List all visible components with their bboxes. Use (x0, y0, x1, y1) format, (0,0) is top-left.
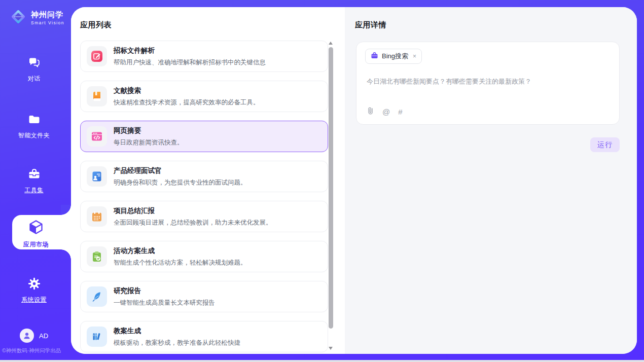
sidebar-item-label: 工具集 (24, 186, 44, 195)
app-card-project-report[interactable]: 项目总结汇报 全面回顾项目进展，总结经验教训，助力未来优化发展。 (80, 201, 328, 232)
app-card-desc: 明确身份和职责，为您提供专业性的面试问题。 (114, 178, 247, 187)
app-card-title: 文献搜索 (114, 86, 260, 95)
brand-tagline: Smart Vision (31, 20, 64, 25)
user-initials: AD (39, 332, 48, 340)
app-card-desc: 快速精准查找学术资源，提高研究效率的必备工具。 (114, 98, 260, 107)
sidebar-item-label: 应用市场 (23, 240, 49, 249)
app-card-lesson-plan[interactable]: 教案生成 模板驱动，教案秒成，教学准备从此轻松快捷 (80, 321, 328, 352)
calendar-icon (87, 206, 107, 227)
app-card-title: 项目总结汇报 (114, 206, 272, 215)
app-card-research-report[interactable]: 研究报告 一键智能生成高质量长文本研究报告 (80, 281, 328, 312)
mention-icon[interactable]: @ (382, 108, 390, 116)
scroll-up-arrow-icon[interactable] (329, 42, 333, 45)
app-card-pm-interviewer[interactable]: 产品经理面试官 明确身份和职责，为您提供专业性的面试问题。 (80, 161, 328, 192)
books-icon (87, 327, 107, 347)
toolbox-icon (27, 167, 41, 183)
tool-tag-bing-search[interactable]: Bing搜索 × (365, 49, 422, 64)
app-card-title: 招标文件解析 (114, 46, 266, 55)
sidebar-item-label: 系统设置 (21, 296, 47, 304)
app-frame: 神州问学 Smart Vision 对话 智能文件夹 (0, 0, 644, 360)
app-card-literature-search[interactable]: 文献搜索 快速精准查找学术资源，提高研究效率的必备工具。 (80, 81, 328, 112)
tool-tag-label: Bing搜索 (382, 52, 408, 61)
hash-icon[interactable]: # (398, 108, 402, 116)
app-card-desc: 模板驱动，教案秒成，教学准备从此轻松快捷 (114, 339, 240, 347)
app-list-panel: 应用列表 招标文件解析 帮助用户快速、准确地 (71, 7, 345, 354)
chat-icon (27, 56, 41, 71)
app-detail-panel: 应用详情 Bing搜索 × 今日湖北有哪些新闻要点？有哪些需要关注的最新政策？ (345, 7, 637, 354)
interview-icon (87, 166, 107, 187)
briefcase-icon (371, 52, 378, 61)
scrollbar-thumb[interactable] (329, 47, 333, 329)
app-card-desc: 一键智能生成高质量长文本研究报告 (114, 299, 215, 307)
run-button[interactable]: 运行 (590, 137, 620, 152)
gear-icon (27, 277, 41, 293)
sidebar-item-settings[interactable]: 系统设置 (0, 277, 68, 304)
app-list-scrollbar[interactable] (329, 41, 333, 351)
brand-logo: 神州问学 Smart Vision (9, 8, 64, 28)
sidebar-item-smart-folder[interactable]: 智能文件夹 (0, 113, 68, 140)
app-card-bid-parse[interactable]: 招标文件解析 帮助用户快速、准确地理解和解析招标书中的关键信息 (80, 41, 328, 72)
main-content: 应用列表 招标文件解析 帮助用户快速、准确地 (71, 7, 637, 354)
app-card-title: 活动方案生成 (114, 246, 247, 256)
app-detail-title: 应用详情 (355, 20, 386, 30)
folder-icon (27, 113, 41, 128)
app-card-event-plan[interactable]: 活动方案生成 智能生成个性化活动方案，轻松解决规划难题。 (80, 241, 328, 272)
doc-edit-icon (87, 46, 107, 66)
app-card-list: 招标文件解析 帮助用户快速、准确地理解和解析招标书中的关键信息 (80, 41, 328, 354)
sidebar-item-label: 智能文件夹 (18, 131, 50, 140)
sidebar: 神州问学 Smart Vision 对话 智能文件夹 (0, 0, 71, 360)
sidebar-item-app-market[interactable]: 应用市场 (2, 219, 70, 249)
pill-fillet-bottom (61, 249, 71, 260)
browser-code-icon (87, 126, 107, 147)
copyright-text: ©神州数码·神州问学出品 (2, 347, 71, 354)
cube-icon (28, 219, 44, 237)
app-card-desc: 全面回顾项目进展，总结经验教训，助力未来优化发展。 (114, 219, 272, 227)
app-card-desc: 每日政府新闻资讯快查。 (114, 138, 184, 147)
sidebar-item-label: 对话 (28, 75, 41, 83)
app-card-title: 网页摘要 (114, 126, 184, 135)
user-account[interactable]: AD (20, 329, 48, 343)
pill-fillet-top (61, 205, 71, 215)
sidebar-item-chat[interactable]: 对话 (0, 56, 68, 83)
app-list-title: 应用列表 (80, 20, 112, 30)
scroll-down-arrow-icon[interactable] (329, 347, 333, 350)
app-card-title: 研究报告 (114, 286, 215, 296)
avatar (20, 329, 34, 343)
attachment-toolbar: @ # (367, 106, 403, 117)
sidebar-item-toolset[interactable]: 工具集 (0, 167, 68, 195)
close-icon[interactable]: × (413, 53, 416, 60)
app-card-title: 产品经理面试官 (114, 166, 247, 175)
brand-name: 神州问学 (31, 10, 64, 20)
diamond-logo-icon (9, 8, 27, 28)
prompt-card[interactable]: Bing搜索 × 今日湖北有哪些新闻要点？有哪些需要关注的最新政策？ @ # (356, 42, 620, 125)
clipboard-check-icon (87, 246, 107, 267)
quill-icon (87, 286, 107, 307)
app-card-desc: 智能生成个性化活动方案，轻松解决规划难题。 (114, 259, 247, 267)
paperclip-icon[interactable] (367, 106, 374, 117)
prompt-text[interactable]: 今日湖北有哪些新闻要点？有哪些需要关注的最新政策？ (367, 77, 609, 86)
app-card-web-summary[interactable]: 网页摘要 每日政府新闻资讯快查。 (80, 121, 328, 152)
app-card-title: 教案生成 (114, 327, 240, 336)
app-card-desc: 帮助用户快速、准确地理解和解析招标书中的关键信息 (114, 58, 266, 67)
book-icon (87, 86, 107, 106)
